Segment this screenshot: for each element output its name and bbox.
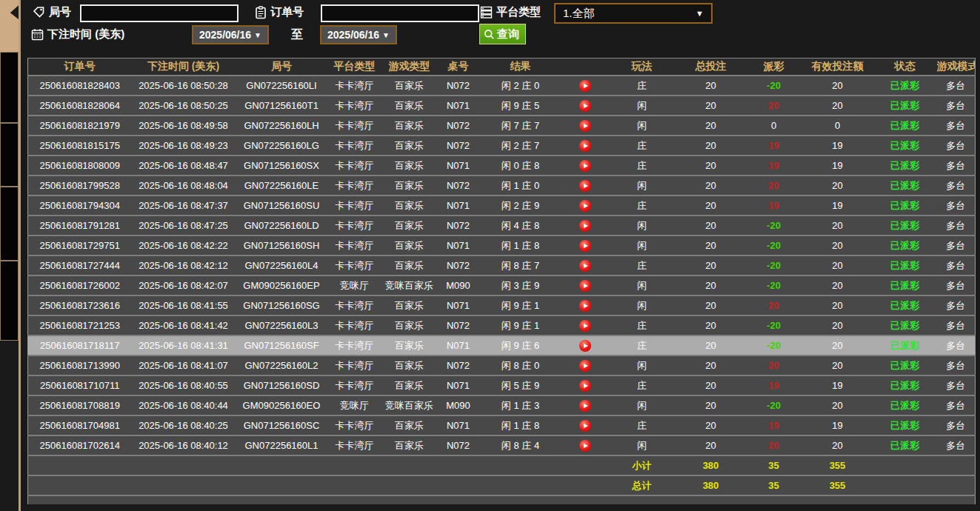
order-number-cell: 250616081704981	[28, 415, 132, 435]
status-cell: 已派彩	[873, 156, 937, 176]
game-mode-cell: 多台	[937, 256, 976, 275]
order-row[interactable]: 250616081723616 2025-06-16 08:41:55 GN07…	[28, 295, 976, 315]
order-row[interactable]: 250616081794304 2025-06-16 08:47:37 GN07…	[28, 196, 976, 216]
order-row[interactable]: 250616081828064 2025-06-16 08:50:25 GN07…	[28, 96, 976, 116]
order-row[interactable]: 250616081710711 2025-06-16 08:40:55 GN07…	[28, 375, 976, 395]
table-number-cell: N071	[438, 196, 479, 216]
play-video-icon[interactable]	[579, 380, 591, 392]
game-type-cell: 百家乐	[381, 256, 438, 275]
order-row[interactable]: 250616081721253 2025-06-16 08:41:42 GN07…	[28, 315, 976, 335]
order-row[interactable]: 250616081821979 2025-06-16 08:49:58 GN07…	[28, 116, 976, 136]
platform-type-cell: 卡卡湾厅	[328, 216, 381, 236]
order-row[interactable]: 250616081815175 2025-06-16 08:49:23 GN07…	[28, 136, 976, 156]
table-number-cell: M090	[438, 395, 479, 415]
valid-bet-cell: 20	[802, 216, 873, 236]
play-video-icon[interactable]	[579, 200, 591, 212]
order-row[interactable]: 250616081704981 2025-06-16 08:40:25 GN07…	[28, 415, 976, 435]
platform-type-cell: 卡卡湾厅	[328, 136, 381, 156]
order-row[interactable]: 250616081799528 2025-06-16 08:48:04 GN07…	[28, 176, 976, 196]
play-video-icon[interactable]	[579, 440, 591, 452]
subtotal-total-bet: 380	[676, 455, 746, 475]
valid-bet-cell: 19	[802, 415, 873, 435]
play-video-icon[interactable]	[579, 180, 591, 192]
play-video-icon[interactable]	[579, 220, 591, 232]
play-video-icon[interactable]	[579, 80, 591, 92]
round-number-cell: GN072256160L3	[236, 315, 328, 335]
result-cell: 闲 1 庄 8	[479, 236, 562, 256]
game-mode-cell: 多台	[937, 176, 976, 196]
game-type-cell: 百家乐	[381, 355, 438, 375]
play-video-icon[interactable]	[579, 340, 591, 352]
order-number-label: 订单号	[255, 5, 304, 19]
grand-total-label: 总计	[608, 475, 676, 495]
payout-cell: -20	[746, 275, 802, 295]
video-cell	[562, 236, 608, 256]
date-from-picker[interactable]: 2025/06/16 ▼	[192, 25, 269, 44]
order-row[interactable]: 250616081727444 2025-06-16 08:42:12 GN07…	[28, 256, 976, 275]
result-cell: 闲 2 庄 9	[479, 196, 562, 216]
round-number-input[interactable]	[80, 4, 239, 22]
query-button[interactable]: 查询	[479, 24, 526, 44]
order-row[interactable]: 250616081729751 2025-06-16 08:42:22 GN07…	[28, 236, 976, 256]
order-number-input[interactable]	[321, 4, 479, 22]
order-row[interactable]: 250616081718117 2025-06-16 08:41:31 GN07…	[28, 335, 976, 355]
order-row[interactable]: 250616081726002 2025-06-16 08:42:07 GM09…	[28, 275, 976, 295]
total-bet-cell: 20	[676, 435, 746, 455]
play-video-icon[interactable]	[579, 300, 591, 312]
status-cell: 已派彩	[873, 315, 937, 335]
play-video-icon[interactable]	[579, 420, 591, 432]
round-number-cell: GM090256160EP	[236, 275, 328, 295]
game-mode-cell: 多台	[937, 275, 976, 295]
video-cell	[562, 355, 608, 375]
bet-type-cell: 闲	[608, 236, 676, 256]
play-video-icon[interactable]	[579, 360, 591, 372]
order-row[interactable]: 250616081702614 2025-06-16 08:40:12 GN07…	[28, 435, 976, 455]
platform-type-cell: 卡卡湾厅	[328, 176, 381, 196]
order-number-cell: 250616081718117	[28, 335, 132, 355]
table-number-cell: N072	[438, 315, 479, 335]
table-number-cell: N071	[438, 415, 479, 435]
order-row[interactable]: 250616081808009 2025-06-16 08:48:47 GN07…	[28, 156, 976, 176]
valid-bet-cell: 19	[802, 196, 873, 216]
column-header: 游戏类型	[381, 59, 438, 76]
bet-type-cell: 闲	[608, 435, 676, 455]
video-cell	[562, 196, 608, 216]
game-type-cell: 百家乐	[381, 295, 438, 315]
column-header: 玩法	[608, 59, 676, 76]
play-video-icon[interactable]	[579, 260, 591, 272]
status-cell: 已派彩	[873, 435, 937, 455]
order-row[interactable]: 250616081713990 2025-06-16 08:41:07 GN07…	[28, 355, 976, 375]
total-bet-cell: 20	[676, 156, 746, 176]
play-video-icon[interactable]	[579, 160, 591, 172]
play-video-icon[interactable]	[579, 320, 591, 332]
play-video-icon[interactable]	[579, 120, 591, 132]
status-cell: 已派彩	[873, 236, 937, 256]
bet-type-cell: 庄	[608, 256, 676, 275]
video-cell	[562, 415, 608, 435]
platform-type-select[interactable]: 1.全部 ▼	[554, 3, 713, 24]
subtotal-valid-bet: 355	[802, 455, 873, 475]
status-cell: 已派彩	[873, 116, 937, 136]
date-to-label: 至	[291, 27, 303, 43]
valid-bet-cell: 20	[802, 275, 873, 295]
payout-cell: 19	[746, 136, 802, 156]
order-number-cell: 250616081808009	[28, 156, 132, 176]
play-video-icon[interactable]	[579, 100, 591, 112]
status-cell: 已派彩	[873, 216, 937, 236]
play-video-icon[interactable]	[579, 140, 591, 152]
order-row[interactable]: 250616081828403 2025-06-16 08:50:28 GN07…	[28, 76, 976, 96]
game-mode-cell: 多台	[937, 196, 976, 216]
play-video-icon[interactable]	[579, 400, 591, 412]
column-header: 状态	[873, 59, 937, 76]
round-number-cell: GN071256160SU	[236, 196, 328, 216]
platform-type-cell: 卡卡湾厅	[328, 355, 381, 375]
date-to-picker[interactable]: 2025/06/16 ▼	[320, 25, 397, 44]
left-decor-box	[0, 261, 19, 341]
play-video-icon[interactable]	[579, 280, 591, 292]
order-row[interactable]: 250616081791281 2025-06-16 08:47:25 GN07…	[28, 216, 976, 236]
table-number-cell: N072	[438, 435, 479, 455]
order-row[interactable]: 250616081708819 2025-06-16 08:40:44 GM09…	[28, 395, 976, 415]
table-number-cell: N072	[438, 216, 479, 236]
play-video-icon[interactable]	[579, 240, 591, 252]
video-cell	[562, 256, 608, 275]
